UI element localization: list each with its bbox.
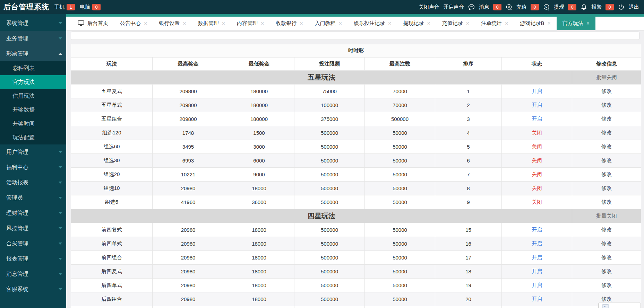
edit-link[interactable]: 修改 — [601, 157, 612, 163]
sidebar-subitem[interactable]: 官方玩法 — [0, 75, 66, 89]
sidebar-item[interactable]: 活动报表 — [0, 175, 66, 190]
tab-5[interactable]: 收款银行× — [270, 17, 309, 30]
tab-close-icon[interactable]: × — [547, 21, 550, 26]
sidebar-item[interactable]: 客服系统 — [0, 282, 66, 297]
status-open-link[interactable]: 开启 — [532, 296, 542, 302]
tab-6[interactable]: 入门教程× — [309, 17, 348, 30]
edit-link[interactable]: 修改 — [601, 130, 612, 135]
tab-0[interactable]: 后台首页 — [72, 17, 114, 30]
alarm-link[interactable]: 报警 — [591, 4, 602, 10]
sidebar-item[interactable]: 理财管理 — [0, 205, 66, 221]
sidebar-item[interactable]: 管理员 — [0, 190, 66, 205]
svg-text:↓: ↓ — [548, 8, 549, 11]
tab-3[interactable]: 数据管理× — [192, 17, 231, 30]
tab-11[interactable]: 游戏记录B× — [514, 17, 556, 30]
edit-link[interactable]: 修改 — [601, 268, 612, 274]
sidebar-item[interactable]: 彩票管理 — [0, 46, 66, 61]
sidebar-item[interactable]: 报表管理 — [0, 251, 66, 266]
tab-2[interactable]: 银行设置× — [153, 17, 192, 30]
tab-close-icon[interactable]: × — [505, 21, 508, 26]
edit-link[interactable]: 修改 — [601, 296, 612, 302]
tab-4[interactable]: 内容管理× — [231, 17, 270, 30]
edit-link[interactable]: 修改 — [601, 227, 612, 232]
logout-link[interactable]: 退出 — [629, 4, 639, 10]
edit-link[interactable]: 修改 — [601, 199, 612, 205]
sidebar-item[interactable]: 用户管理 — [0, 144, 66, 160]
cell-min-prize: 18000 — [224, 237, 294, 251]
tab-close-icon[interactable]: × — [388, 21, 391, 26]
tab-close-icon[interactable]: × — [427, 21, 430, 26]
sidebar-subitem[interactable]: 彩种列表 — [0, 61, 66, 75]
tab-close-icon[interactable]: × — [586, 21, 590, 26]
tab-close-icon[interactable]: × — [300, 21, 303, 26]
svg-text:¥: ¥ — [508, 5, 510, 9]
status-closed-link[interactable]: 关闭 — [532, 130, 542, 135]
edit-link[interactable]: 修改 — [601, 143, 612, 149]
tab-close-icon[interactable]: × — [144, 21, 147, 26]
batch-close-button[interactable]: 批量关闭 — [596, 74, 617, 80]
edit-link[interactable]: 修改 — [601, 254, 612, 260]
recharge-yen-icon[interactable]: ¥+ — [505, 3, 513, 11]
sidebar-item[interactable]: 福利中心 — [0, 160, 66, 175]
play-config-table: 时时彩玩法最高奖金最低奖金投注限额最高注数排序状态修改信息五星玩法批量关闭五星复… — [71, 44, 641, 308]
open-sound-link[interactable]: 开启声音 — [443, 4, 464, 10]
status-open-link[interactable]: 开启 — [532, 268, 542, 274]
tab-label: 数据管理 — [198, 20, 219, 27]
edit-link[interactable]: 修改 — [601, 116, 612, 122]
edit-link[interactable]: 修改 — [601, 240, 612, 246]
message-bubble-icon[interactable] — [468, 3, 475, 11]
status-closed-link[interactable]: 关闭 — [532, 185, 542, 191]
cell-sort-order: 1 — [435, 85, 502, 98]
withdraw-count-badge: 0 — [568, 4, 576, 10]
close-sound-link[interactable]: 关闭声音 — [419, 4, 439, 10]
status-closed-link[interactable]: 关闭 — [532, 157, 542, 163]
tab-close-icon[interactable]: × — [222, 21, 225, 26]
power-icon[interactable] — [618, 3, 625, 11]
bell-icon[interactable] — [580, 3, 587, 11]
sidebar-subitem[interactable]: 开奖时间 — [0, 117, 66, 131]
chevron-down-icon — [59, 227, 62, 229]
edit-link[interactable]: 修改 — [601, 88, 612, 94]
status-open-link[interactable]: 开启 — [532, 240, 542, 246]
tab-close-icon[interactable]: × — [183, 21, 186, 26]
status-open-link[interactable]: 开启 — [532, 116, 542, 122]
withdraw-yen-icon[interactable]: ¥↓ — [543, 3, 550, 11]
sidebar-item[interactable]: 系统管理 — [0, 16, 66, 31]
sidebar-subitem[interactable]: 信用玩法 — [0, 89, 66, 103]
status-open-link[interactable]: 开启 — [532, 102, 542, 108]
batch-close-button[interactable]: 批量关闭 — [596, 213, 617, 219]
sidebar-item[interactable]: 合买管理 — [0, 236, 66, 251]
status-closed-link[interactable]: 关闭 — [532, 199, 542, 205]
status-closed-link[interactable]: 关闭 — [532, 143, 542, 149]
edit-link[interactable]: 修改 — [601, 282, 612, 288]
sidebar-item[interactable]: 业务管理 — [0, 31, 66, 46]
tab-10[interactable]: 注单统计× — [475, 17, 514, 30]
tab-close-icon[interactable]: × — [261, 21, 264, 26]
cell-play-name: 组选30 — [71, 154, 153, 168]
tab-1[interactable]: 公告中心× — [114, 17, 153, 30]
edit-link[interactable]: 修改 — [601, 102, 612, 108]
edit-link[interactable]: 修改 — [601, 171, 612, 177]
cell-min-prize: 18000 — [224, 292, 294, 306]
tab-9[interactable]: 充值记录× — [436, 17, 475, 30]
status-open-link[interactable]: 开启 — [532, 88, 542, 94]
sidebar-subitem[interactable]: 开奖数据 — [0, 103, 66, 117]
tab-7[interactable]: 娱乐投注记录× — [348, 17, 397, 30]
message-link[interactable]: 消息 — [479, 4, 489, 10]
sidebar-subitem[interactable]: 玩法配置 — [0, 131, 66, 144]
sidebar-item[interactable]: 消息管理 — [0, 266, 66, 282]
floating-widget[interactable] — [598, 302, 641, 308]
status-open-link[interactable]: 开启 — [532, 254, 542, 260]
withdraw-link[interactable]: 提现 — [554, 4, 564, 10]
edit-link[interactable]: 修改 — [601, 185, 612, 191]
cell-min-prize: 750 — [224, 306, 294, 308]
tab-8[interactable]: 提现记录× — [397, 17, 436, 30]
recharge-link[interactable]: 充值 — [516, 4, 527, 10]
status-closed-link[interactable]: 关闭 — [532, 171, 542, 177]
sidebar-item[interactable]: 风控管理 — [0, 221, 66, 236]
tab-close-icon[interactable]: × — [339, 21, 342, 26]
status-open-link[interactable]: 开启 — [532, 227, 542, 232]
tab-active[interactable]: 官方玩法× — [557, 17, 595, 30]
tab-close-icon[interactable]: × — [466, 21, 469, 26]
status-open-link[interactable]: 开启 — [532, 282, 542, 288]
